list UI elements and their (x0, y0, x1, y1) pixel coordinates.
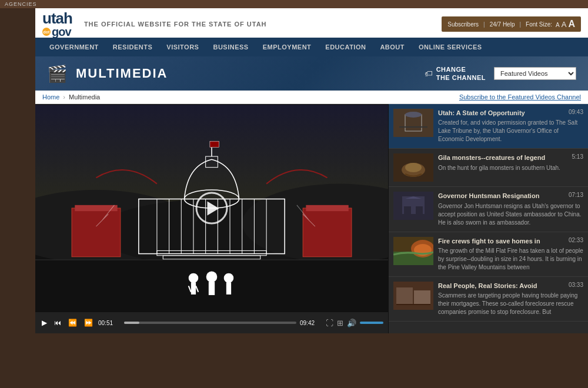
video-meta-1: Utah: A State of Opportunity 09:43 Creat… (438, 109, 583, 143)
svg-rect-29 (191, 282, 196, 295)
change-channel-text: CHANGE THE CHANNEL (436, 65, 486, 82)
breadcrumb-sep: › (63, 93, 65, 101)
font-size-controls: A A A (556, 19, 575, 29)
play-control-btn[interactable]: ▶ (40, 317, 49, 328)
video-duration-4: 02:33 (569, 237, 583, 243)
video-desc-3: Governor Jon Huntsman resigns as Utah's … (438, 202, 583, 227)
main-wrapper: utah dot gov THE OFFICIAL WEBSITE FOR TH… (35, 8, 588, 333)
prev-btn[interactable]: ⏮ (52, 317, 63, 328)
video-item-5[interactable]: Real People, Real Stories: Avoid 03:33 S… (389, 277, 588, 322)
video-meta-5: Real People, Real Stories: Avoid 03:33 S… (438, 282, 583, 316)
breadcrumb: Home › Multimedia Subscribe to the Featu… (35, 91, 588, 104)
svg-rect-40 (399, 126, 427, 128)
video-duration-3: 07:13 (569, 192, 583, 198)
video-item-1[interactable]: Utah: A State of Opportunity 09:43 Creat… (389, 104, 588, 149)
video-thumb-5 (393, 282, 433, 310)
channel-label: 🏷 CHANGE THE CHANNEL (425, 65, 486, 82)
nav-about[interactable]: ABOUT (373, 38, 412, 56)
subscribe-link[interactable]: Subscribe to the Featured Videos Channel (459, 93, 581, 101)
agencies-label: AGENCIES (5, 1, 37, 7)
channel-dropdown[interactable]: Featured Videos Government News Educatio… (494, 67, 576, 80)
current-time: 00:51 (98, 320, 121, 326)
expand-btn[interactable]: ⊞ (337, 319, 343, 327)
svg-rect-24 (303, 208, 352, 257)
font-large-btn[interactable]: A (568, 19, 575, 29)
top-bar: AGENCIES (0, 0, 588, 8)
video-thumb-1 (393, 109, 433, 137)
video-meta-4: Fire crews fight to save homes in 02:33 … (438, 237, 583, 272)
svg-rect-49 (416, 206, 423, 215)
volume-btn[interactable]: 🔊 (347, 319, 356, 327)
video-desc-5: Scammers are targeting people having tro… (438, 292, 583, 316)
video-frame[interactable] (35, 104, 388, 312)
content-area: ▶ ⏮ ⏪ ⏩ 00:51 09:42 ⛶ ⊞ 🔊 (35, 104, 588, 333)
svg-rect-57 (414, 290, 430, 305)
svg-point-32 (206, 272, 218, 283)
site-header: utah dot gov THE OFFICIAL WEBSITE FOR TH… (35, 8, 588, 38)
video-item-4[interactable]: Fire crews fight to save homes in 02:33 … (389, 232, 588, 277)
multimedia-header: 🎬 MULTIMEDIA 🏷 CHANGE THE CHANNEL Featur… (35, 56, 588, 91)
video-duration-5: 03:33 (569, 282, 583, 288)
subscribers-link[interactable]: Subscribers (447, 21, 479, 28)
progress-fill (124, 322, 139, 324)
video-duration-2: 5:13 (572, 153, 583, 160)
svg-point-39 (405, 112, 422, 118)
video-player: ▶ ⏮ ⏪ ⏩ 00:51 09:42 ⛶ ⊞ 🔊 (35, 104, 388, 333)
video-item-2[interactable]: Gila monsters--creatures of legend 5:13 … (389, 149, 588, 187)
svg-point-34 (224, 273, 234, 283)
play-triangle-icon (208, 201, 219, 215)
forward-btn[interactable]: ⏩ (82, 317, 95, 328)
svg-rect-48 (404, 206, 411, 215)
clapper-icon: 🎬 (47, 64, 68, 83)
back-btn[interactable]: ⏪ (66, 317, 79, 328)
nav-education[interactable]: EDUCATION (318, 38, 373, 56)
help-link[interactable]: 24/7 Help (490, 21, 515, 28)
header-utilities: Subscribers | 24/7 Help | Font Size: A A… (442, 16, 581, 32)
video-meta-3: Governor Huntsman Resignation 07:13 Gove… (438, 192, 583, 226)
nav-visitors[interactable]: VISITORS (159, 38, 206, 56)
video-desc-4: The growth of the Mill Flat Fire has tak… (438, 247, 583, 272)
multimedia-right: 🏷 CHANGE THE CHANNEL Featured Videos Gov… (425, 65, 576, 82)
svg-point-28 (189, 273, 199, 283)
volume-bar[interactable] (360, 322, 383, 324)
video-title-5: Real People, Real Stories: Avoid (438, 282, 566, 290)
video-title-3: Governor Huntsman Resignation (438, 192, 566, 200)
video-list: Utah: A State of Opportunity 09:43 Creat… (388, 104, 588, 333)
breadcrumb-home[interactable]: Home (42, 93, 59, 101)
video-thumb-2 (393, 153, 433, 182)
video-thumb-3 (393, 192, 433, 220)
svg-rect-56 (396, 287, 413, 305)
breadcrumb-current: Multimedia (69, 93, 100, 101)
utah-text: utah (42, 11, 72, 26)
multimedia-title-area: 🎬 MULTIMEDIA (47, 64, 168, 83)
video-title-4: Fire crews fight to save homes in (438, 237, 566, 245)
nav-employment[interactable]: EMPLOYMENT (256, 38, 319, 56)
video-desc-2: On the hunt for gila monsters in souther… (438, 164, 583, 172)
svg-rect-21 (210, 141, 219, 147)
svg-rect-25 (306, 205, 348, 211)
total-time: 09:42 (300, 320, 322, 326)
nav-business[interactable]: BUSINESS (206, 38, 255, 56)
logo[interactable]: utah dot gov (42, 11, 72, 38)
progress-bar[interactable] (124, 322, 296, 324)
font-medium-btn[interactable]: A (562, 20, 567, 29)
font-size-label: Font Size: (526, 21, 552, 28)
site-tagline: THE OFFICIAL WEBSITE FOR THE STATE OF UT… (84, 21, 267, 28)
video-title-2: Gila monsters--creatures of legend (438, 153, 570, 162)
video-item-3[interactable]: Governor Huntsman Resignation 07:13 Gove… (389, 187, 588, 232)
svg-rect-23 (75, 205, 117, 211)
nav-online-services[interactable]: ONLINE SERVICES (412, 38, 489, 56)
nav-residents[interactable]: RESIDENTS (106, 38, 159, 56)
nav-government[interactable]: GOVERNMENT (42, 38, 106, 56)
svg-rect-60 (396, 304, 430, 305)
font-small-btn[interactable]: A (556, 22, 560, 28)
dot-circle: dot (42, 28, 51, 36)
video-desc-1: Created for, and video permission grante… (438, 119, 583, 143)
logo-area: utah dot gov THE OFFICIAL WEBSITE FOR TH… (42, 11, 267, 38)
video-meta-2: Gila monsters--creatures of legend 5:13 … (438, 153, 583, 172)
svg-rect-35 (226, 282, 231, 295)
breadcrumb-nav: Home › Multimedia (42, 93, 100, 101)
play-button[interactable] (196, 192, 228, 225)
svg-rect-22 (72, 208, 121, 257)
fullscreen-btn[interactable]: ⛶ (326, 319, 333, 327)
